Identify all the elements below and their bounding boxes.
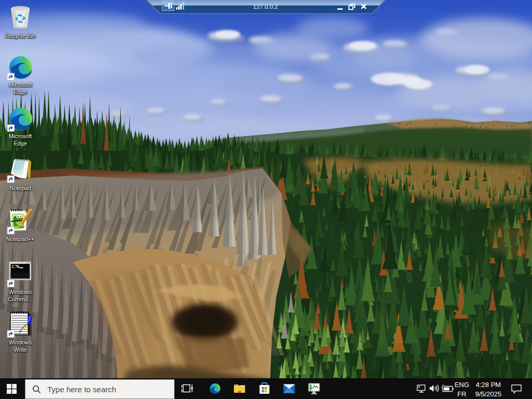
svg-text:127.0.0.2: 127.0.0.2 [253, 4, 278, 10]
